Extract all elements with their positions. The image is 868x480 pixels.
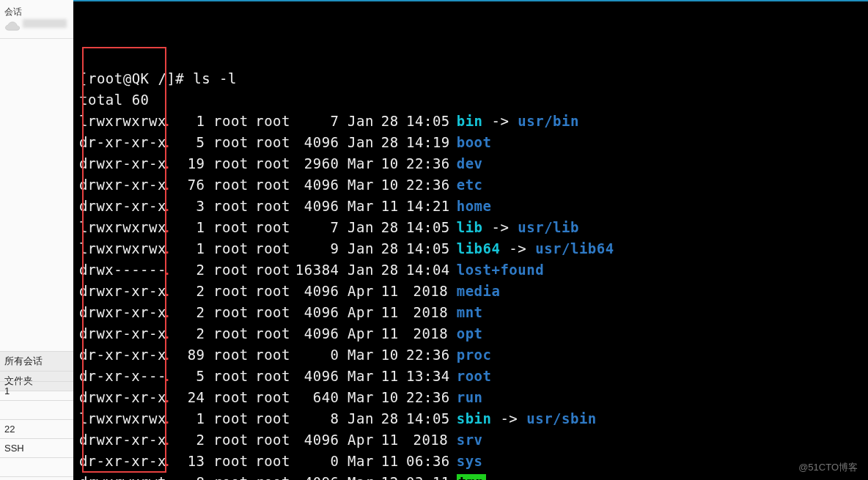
file-name: dev bbox=[457, 155, 483, 171]
file-name: bin bbox=[457, 113, 483, 129]
sidebar-cell[interactable]: 22 bbox=[0, 419, 73, 438]
file-name: boot bbox=[457, 134, 492, 150]
ls-row: drwxr-xr-x. 2 root root4096 Apr 11 2018 … bbox=[79, 281, 862, 302]
prompt-line: [root@QK /]# ls -l bbox=[79, 68, 862, 89]
ls-row: lrwxrwxrwx. 1 root root7 Jan 28 14:05 bi… bbox=[79, 111, 862, 132]
file-name: media bbox=[457, 283, 501, 299]
ls-row: drwxr-xr-x. 24 root root640 Mar 10 22:36… bbox=[79, 387, 862, 408]
watermark: @51CTO博客 bbox=[798, 461, 858, 474]
file-name: sys bbox=[457, 453, 483, 469]
file-name: lost+found bbox=[457, 262, 544, 278]
file-name: lib bbox=[457, 219, 483, 235]
file-name: root bbox=[457, 368, 492, 384]
session-name-blurred bbox=[23, 20, 67, 30]
cloud-icon bbox=[4, 21, 21, 34]
ls-row: drwxr-xr-x. 2 root root4096 Apr 11 2018 … bbox=[79, 323, 862, 344]
ls-row: drwx------. 2 root root16384 Jan 28 14:0… bbox=[79, 259, 862, 281]
link-target: usr/lib bbox=[518, 219, 579, 235]
ls-row: drwxrwxrwt. 8 root root4096 Mar 12 03:11… bbox=[79, 472, 862, 480]
file-name: srv bbox=[457, 432, 483, 448]
ls-row: lrwxrwxrwx. 1 root root9 Jan 28 14:05 li… bbox=[79, 238, 862, 259]
session-header: 会话 bbox=[0, 0, 73, 39]
file-name: etc bbox=[457, 177, 483, 193]
ls-row: drwxr-xr-x. 2 root root4096 Apr 11 2018 … bbox=[79, 302, 862, 323]
file-name: opt bbox=[457, 325, 483, 341]
sidebar-cell[interactable] bbox=[0, 400, 73, 419]
sidebar-tab-all-sessions[interactable]: 所有会话 bbox=[0, 351, 73, 372]
ls-row: drwxr-xr-x. 76 root root4096 Mar 10 22:3… bbox=[79, 174, 862, 196]
file-name: home bbox=[457, 198, 492, 214]
ls-row: dr-xr-xr-x. 5 root root4096 Jan 28 14:19… bbox=[79, 132, 862, 153]
ls-row: lrwxrwxrwx. 1 root root8 Jan 28 14:05 sb… bbox=[79, 408, 862, 429]
terminal-output: [root@QK /]# ls -ltotal 60lrwxrwxrwx. 1 … bbox=[73, 1, 868, 480]
ls-row: drwxr-xr-x. 19 root root2960 Mar 10 22:3… bbox=[79, 153, 862, 174]
ls-row: drwxr-xr-x. 2 root root4096 Apr 11 2018 … bbox=[79, 429, 862, 451]
sidebar-cell[interactable]: SSH bbox=[0, 438, 73, 457]
file-name: mnt bbox=[457, 304, 483, 320]
file-name: sbin bbox=[457, 410, 492, 427]
terminal[interactable]: [root@QK /]# ls -ltotal 60lrwxrwxrwx. 1 … bbox=[73, 0, 868, 480]
ls-row: dr-xr-xr-x. 13 root root0 Mar 11 06:36 s… bbox=[79, 451, 862, 472]
sidebar: 会话 所有会话 文件夹 122SSH bbox=[0, 0, 74, 480]
file-name: run bbox=[457, 389, 483, 405]
sidebar-cell[interactable]: 1 bbox=[0, 381, 73, 400]
file-name: lib64 bbox=[457, 240, 501, 256]
file-name: tmp bbox=[457, 474, 486, 480]
session-label: 会话 bbox=[4, 6, 69, 18]
link-target: usr/lib64 bbox=[535, 240, 614, 256]
link-target: usr/sbin bbox=[526, 410, 597, 427]
sidebar-cell[interactable] bbox=[0, 457, 73, 477]
ls-row: dr-xr-xr-x. 89 root root0 Mar 10 22:36 p… bbox=[79, 344, 862, 366]
file-name: proc bbox=[457, 347, 492, 363]
ls-row: dr-xr-x---. 5 root root4096 Mar 11 13:34… bbox=[79, 366, 862, 387]
link-target: usr/bin bbox=[518, 113, 579, 129]
ls-row: drwxr-xr-x. 3 root root4096 Mar 11 14:21… bbox=[79, 196, 862, 217]
ls-row: lrwxrwxrwx. 1 root root7 Jan 28 14:05 li… bbox=[79, 217, 862, 238]
total-line: total 60 bbox=[79, 89, 862, 111]
sidebar-cell-list: 122SSH bbox=[0, 381, 73, 477]
